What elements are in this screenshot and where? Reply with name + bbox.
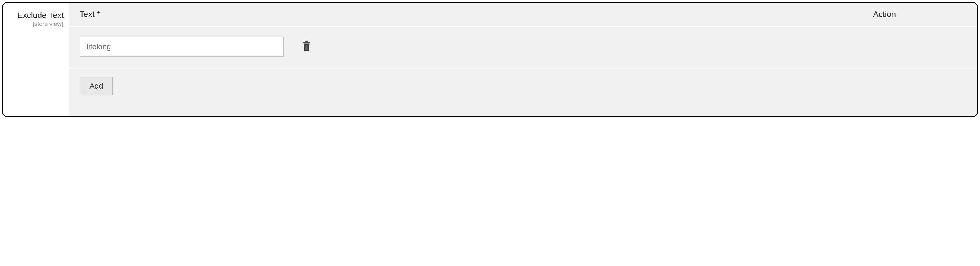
label-column: Exclude Text [store view] — [3, 3, 68, 116]
svg-rect-1 — [305, 41, 308, 42]
action-cell — [301, 40, 313, 54]
table-footer: Add — [68, 69, 977, 103]
exclude-text-config: Exclude Text [store view] Text * Action — [2, 2, 978, 117]
scope-label: [store view] — [3, 21, 64, 28]
trash-icon — [302, 41, 312, 52]
field-label: Exclude Text — [3, 11, 64, 20]
svg-line-2 — [305, 45, 306, 50]
column-header-action: Action — [873, 10, 966, 19]
column-header-text: Text * — [80, 10, 873, 19]
add-button[interactable]: Add — [80, 77, 113, 96]
table-row — [68, 27, 977, 69]
table-header: Text * Action — [68, 3, 977, 27]
content-column: Text * Action Add — [68, 3, 977, 116]
exclude-text-input[interactable] — [80, 37, 283, 57]
delete-button[interactable] — [301, 40, 313, 54]
